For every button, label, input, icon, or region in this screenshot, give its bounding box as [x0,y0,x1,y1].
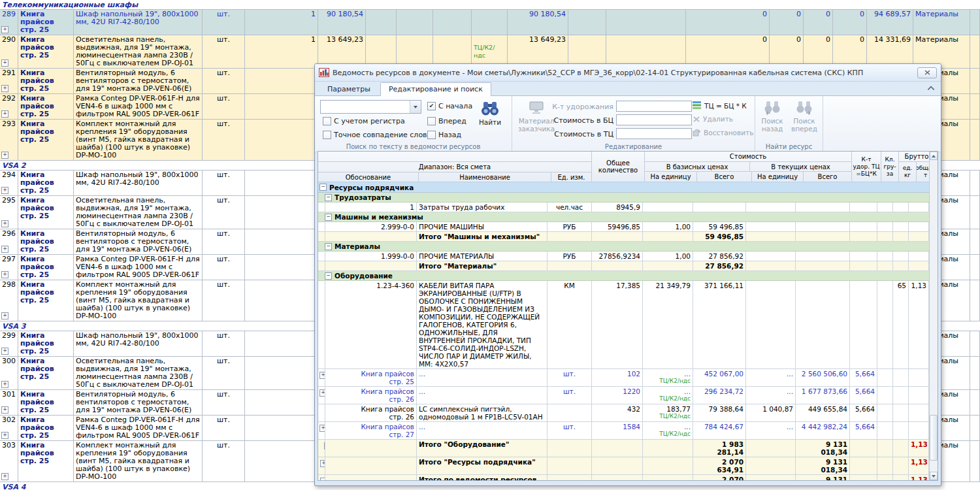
tc-equals-bc-k-button[interactable]: ТЦ = БЦ * К [693,101,747,110]
expand-icon[interactable]: + [1,432,8,439]
cell-e2 [397,10,433,35]
expand-icon[interactable]: + [320,460,325,467]
scrollbar-thumb[interactable] [930,415,938,461]
collapse-group-icon[interactable]: − [325,194,332,201]
checkbox-case-sensitive[interactable]: С учетом регистра [323,117,405,125]
cell-unit: шт. [203,255,245,280]
collapse-group-icon[interactable]: − [325,214,332,221]
header-ed-izm[interactable]: Ед. изм. [551,172,592,182]
cell-kl [877,281,893,369]
vertical-scrollbar[interactable] [929,152,938,480]
resource-row[interactable]: 1Затраты труда рабочихчел.час8945,9 [318,203,929,212]
combo-dropdown-icon[interactable] [410,101,421,113]
header-total-basic[interactable]: Всего [697,172,752,182]
search-combobox[interactable] [320,100,421,114]
expand-icon[interactable]: + [1,152,8,159]
expand-icon[interactable]: + [319,425,325,432]
expand-icon[interactable]: + [1,59,8,67]
scroll-down-icon[interactable] [930,472,938,480]
expand-icon[interactable]: − [320,478,325,481]
resource-row[interactable]: Итого "Материалы"27 856,92 [318,261,929,271]
collapse-group-icon[interactable]: − [319,184,327,191]
header-per-unit-basic[interactable]: На единицу [645,172,697,182]
expand-icon[interactable]: + [1,220,8,227]
header-per-unit-current[interactable]: На единицу [752,172,804,182]
cell-g [318,203,325,212]
unit-price-basic: ... [645,370,691,378]
kt-input[interactable] [616,101,692,112]
header-kl[interactable]: Кл. гру-за [881,152,899,182]
header-total-qty[interactable]: Общее количество [592,152,645,182]
cell-ub: 1,00 [643,252,693,261]
resource-row[interactable]: 1.23-4-360КАБЕЛИ ВИТАЯ ПАРА ЭКРАНИРОВАНН… [318,281,929,369]
expand-icon[interactable]: + [1,406,8,414]
group-row[interactable]: −Трудозатраты [318,193,929,203]
cell-name: Шкаф напольный 19", 800x1000 мм, 42U RI7… [74,331,203,357]
delete-button[interactable]: Удалить [693,115,733,123]
header-ed-kg[interactable]: ед. кг [899,162,917,182]
cell-unit [547,440,592,457]
row-number: 298 [2,281,15,289]
tab-parameters[interactable]: Параметры [319,82,379,95]
expand-icon[interactable]: + [319,372,325,379]
resource-row[interactable]: 2.999-0-0ПРОЧИЕ МАШИНЫРУБ59496,851,0059 … [318,222,929,232]
expand-icon[interactable]: + [319,389,325,397]
group-row[interactable]: −Оборудование [318,271,929,281]
tab-edit-search[interactable]: Редактирование и поиск [380,82,491,96]
collapse-group-icon[interactable]: − [325,243,332,250]
collapse-ribbon-icon[interactable] [926,84,936,92]
resource-row[interactable]: +Итого "Оборудование"1 983 281,149 131 0… [318,440,929,457]
resource-row[interactable]: +Итого "Ресурсы подрядчика"2 070 634,919… [318,457,929,475]
check-icon: ✔ [429,103,434,109]
estimate-row[interactable]: 289+Книга прайсов стр. 25Шкаф напольный … [0,10,980,35]
cost-bc-input[interactable] [616,114,692,125]
header-total-current[interactable]: Всего [804,172,852,182]
group-row[interactable]: −Материалы [318,242,929,252]
expand-icon[interactable]: + [1,348,8,355]
resource-row[interactable]: 1.999-0-0ПРОЧИЕ МАТЕРИАЛЫРУБ27856,92341,… [318,252,929,261]
checkbox-forward[interactable]: Вперед [427,117,466,125]
expand-icon[interactable]: + [1,312,8,319]
resource-list-dialog: Ведомость ресурсов в документе - Мои сме… [314,63,941,486]
cell-just: Книга прайсов стр. 25 [18,10,74,35]
restore-button[interactable]: Восстановить [693,129,753,137]
resource-row[interactable]: −Итого по ведомости ресурсов2 070 634,91… [318,475,929,481]
cost-tc-input[interactable] [616,128,692,139]
expand-icon[interactable]: + [1,187,8,194]
expand-icon[interactable]: + [1,110,8,118]
resource-row[interactable]: +Книга прайсовстр. 25...шт.102...ТЦ/К2/н… [318,369,929,387]
search-forward-button[interactable]: Поиск вперед [789,101,819,133]
resource-row[interactable]: +Книга прайсовстр. 26...шт.1220...ТЦ/К2/… [318,387,929,404]
expand-icon[interactable]: + [1,246,8,253]
scroll-up-icon[interactable] [930,152,938,160]
header-empty [318,152,592,162]
cell-just: Книга прайсов стр. 25 [18,35,74,69]
group-row[interactable]: −Ресурсы подрядчика [318,182,929,193]
cell-ut [746,261,796,271]
header-obosnovanie[interactable]: Обоснование [318,172,419,182]
resource-row[interactable]: +Книга прайсовстр. 27...шт.1584...ТЦ/К2/… [318,422,929,440]
delete-x-icon [693,116,700,123]
group-row[interactable]: −Машины и механизмы [318,212,929,222]
dialog-titlebar[interactable]: Ведомость ресурсов в документе - Мои сме… [315,64,941,82]
close-button[interactable] [917,67,937,78]
cell-z1: 0 [686,10,770,35]
expand-icon[interactable]: + [1,26,8,33]
checkbox-exact-words[interactable]: Точное совпадение слов [323,131,427,139]
header-naimenovanie[interactable]: Наименование [419,172,551,182]
header-kt[interactable]: К-т удор. ТЦ =БЦ*К [852,152,881,182]
resource-row[interactable]: Книга прайсовстр. 26LC симплексный пигтэ… [318,404,929,422]
collapse-group-icon[interactable]: − [325,272,332,280]
cell-just: Книга прайсов стр. 25 [18,69,74,94]
expand-icon[interactable]: + [1,381,8,388]
cell-kl [877,203,893,212]
search-back-button[interactable]: Поиск назад [758,101,787,133]
checkbox-from-start[interactable]: ✔ С начала [427,102,472,110]
checkbox-back[interactable]: Назад [427,131,461,139]
resource-row[interactable]: Итого "Машины и механизмы"59 496,85 [318,232,929,242]
expand-icon[interactable]: + [1,473,8,480]
find-button[interactable]: Найти [472,101,508,126]
expand-icon[interactable]: + [1,85,8,92]
expand-icon[interactable]: + [1,271,8,278]
cell-qty [245,171,318,196]
